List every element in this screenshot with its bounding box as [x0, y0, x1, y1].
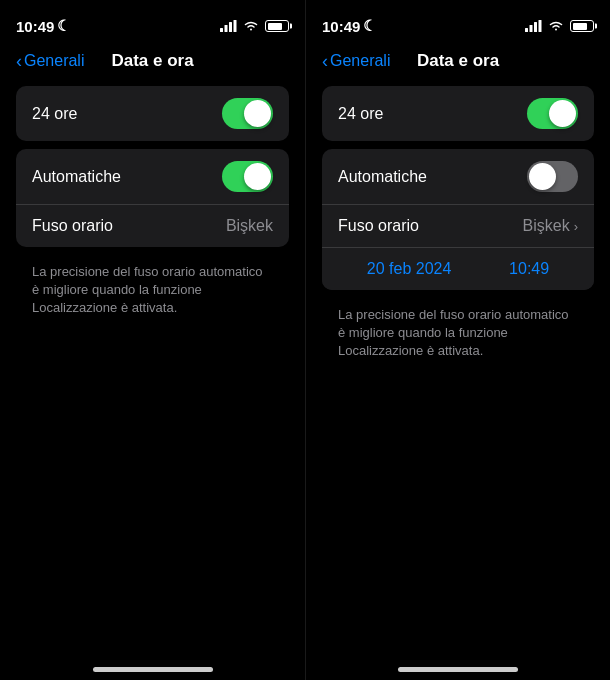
toggle-24ore-right[interactable]	[527, 98, 578, 129]
battery-fill-right	[573, 23, 587, 30]
home-indicator-left	[93, 667, 213, 672]
row-fuso-right[interactable]: Fuso orario Bişkek ›	[322, 205, 594, 248]
date-value-right[interactable]: 20 feb 2024	[367, 260, 452, 278]
back-button-right[interactable]: ‹ Generali	[322, 52, 390, 70]
svg-rect-3	[234, 20, 237, 32]
svg-rect-1	[225, 25, 228, 32]
svg-rect-0	[220, 28, 223, 32]
toggle-knob-auto-left	[244, 163, 271, 190]
value-fuso-right: Bişkek ›	[523, 217, 578, 235]
time-display-left: 10:49	[16, 18, 54, 35]
moon-icon-left: ☾	[57, 17, 70, 35]
battery-icon-left	[265, 20, 289, 32]
right-phone-panel: 10:49 ☾ ‹ Generali Data e ora	[305, 0, 610, 680]
nav-title-left: Data e ora	[111, 51, 193, 71]
row-automatiche-right: Automatiche	[322, 149, 594, 205]
chevron-icon-right: ›	[574, 219, 578, 234]
svg-rect-4	[525, 28, 528, 32]
signal-icon-right	[525, 20, 542, 32]
nav-bar-right: ‹ Generali Data e ora	[306, 44, 610, 78]
status-bar-right: 10:49 ☾	[306, 0, 610, 44]
left-phone-panel: 10:49 ☾ ‹ Generali Data e ora	[0, 0, 305, 680]
wifi-icon-left	[243, 20, 259, 32]
row-24ore-left: 24 ore	[16, 86, 289, 141]
section-24ore-left: 24 ore	[16, 86, 289, 141]
label-fuso-right: Fuso orario	[338, 217, 419, 235]
signal-icon-left	[220, 20, 237, 32]
back-label-right: Generali	[330, 52, 390, 70]
label-fuso-left: Fuso orario	[32, 217, 113, 235]
label-24ore-right: 24 ore	[338, 105, 383, 123]
time-value-right[interactable]: 10:49	[509, 260, 549, 278]
svg-rect-2	[229, 22, 232, 32]
svg-rect-7	[539, 20, 542, 32]
status-icons-right	[525, 20, 594, 32]
status-time-right: 10:49 ☾	[322, 17, 376, 35]
row-automatiche-left: Automatiche	[16, 149, 289, 205]
toggle-24ore-left[interactable]	[222, 98, 273, 129]
back-label-left: Generali	[24, 52, 84, 70]
row-fuso-left[interactable]: Fuso orario Bişkek	[16, 205, 289, 247]
back-chevron-right: ‹	[322, 52, 328, 70]
svg-rect-5	[530, 25, 533, 32]
toggle-knob-24ore-left	[244, 100, 271, 127]
fuso-value-text-right: Bişkek	[523, 217, 570, 235]
status-icons-left	[220, 20, 289, 32]
label-automatiche-right: Automatiche	[338, 168, 427, 186]
time-display-right: 10:49	[322, 18, 360, 35]
svg-rect-6	[534, 22, 537, 32]
toggle-knob-24ore-right	[549, 100, 576, 127]
nav-bar-left: ‹ Generali Data e ora	[0, 44, 305, 78]
section-24ore-right: 24 ore	[322, 86, 594, 141]
wifi-icon-right	[548, 20, 564, 32]
nav-title-right: Data e ora	[417, 51, 499, 71]
status-bar-left: 10:49 ☾	[0, 0, 305, 44]
moon-icon-right: ☾	[363, 17, 376, 35]
section-auto-left: Automatiche Fuso orario Bişkek	[16, 149, 289, 247]
info-text-left: La precisione del fuso orario automatico…	[16, 255, 289, 326]
back-chevron-left: ‹	[16, 52, 22, 70]
toggle-automatiche-left[interactable]	[222, 161, 273, 192]
datetime-row-right: 20 feb 2024 10:49	[322, 248, 594, 290]
label-24ore-left: 24 ore	[32, 105, 77, 123]
toggle-knob-auto-right	[529, 163, 556, 190]
battery-fill-left	[268, 23, 282, 30]
section-auto-right: Automatiche Fuso orario Bişkek › 20 feb …	[322, 149, 594, 290]
info-text-right: La precisione del fuso orario automatico…	[322, 298, 594, 369]
battery-icon-right	[570, 20, 594, 32]
toggle-automatiche-right[interactable]	[527, 161, 578, 192]
back-button-left[interactable]: ‹ Generali	[16, 52, 84, 70]
value-fuso-left: Bişkek	[226, 217, 273, 235]
row-24ore-right: 24 ore	[322, 86, 594, 141]
status-time-left: 10:49 ☾	[16, 17, 70, 35]
home-indicator-right	[398, 667, 518, 672]
label-automatiche-left: Automatiche	[32, 168, 121, 186]
